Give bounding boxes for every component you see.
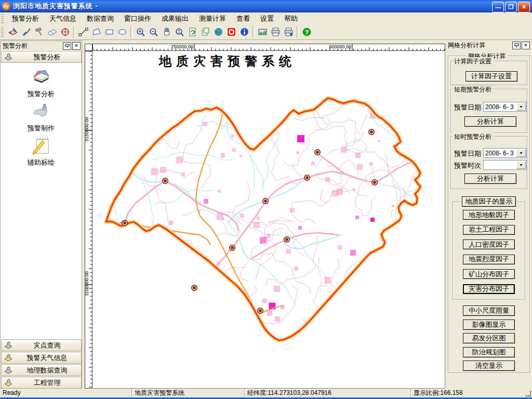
disaster-point-marker[interactable] — [368, 129, 375, 135]
right-panel-title: 网格分析计算 — [448, 41, 511, 50]
short-time-date-combo[interactable]: 2008- 6- 3 ▼ — [483, 148, 527, 158]
disaster-point-marker[interactable] — [162, 178, 168, 184]
menu-item-1[interactable]: 天气信息 — [44, 13, 82, 24]
bottom-item-label: 灾点查询 — [13, 341, 81, 350]
bottom-button-3[interactable]: 防治规划图 — [463, 347, 515, 357]
paint-brush-icon[interactable] — [20, 25, 33, 38]
left-bottom-item-2[interactable]: 地理数据查询 — [1, 364, 82, 376]
short-time-analyze-button[interactable]: 分析计算 — [464, 174, 516, 184]
bottom-button-0[interactable]: 中小尺度雨量 — [463, 305, 515, 316]
left-item-label: 预警制作 — [1, 124, 82, 133]
factor-button-3[interactable]: 地震烈度因子 — [463, 255, 515, 264]
close-panel-icon[interactable]: ✕ — [72, 42, 81, 50]
notebook-icon — [1, 67, 82, 88]
left-bottom-item-0[interactable]: 灾点查询 — [1, 339, 82, 351]
factor-setting-button[interactable]: 计算因子设置 — [466, 71, 517, 82]
chevron-down-icon[interactable]: ▼ — [516, 161, 526, 169]
pin-icon[interactable] — [512, 42, 521, 49]
factor-button-5[interactable]: 灾害分布因子 — [463, 284, 515, 294]
disaster-point-marker[interactable] — [257, 308, 263, 314]
combo-value: 2008- 6- 3 — [485, 103, 514, 111]
grid-analysis-panel: 网格分析计算 ✕ 网格分析计算 计算因子设置 计算因子设置 短期预警分析 预警日… — [446, 41, 532, 389]
cloud-icon[interactable] — [46, 25, 59, 38]
zoom-in-icon[interactable] — [134, 25, 147, 38]
left-bottom-item-1[interactable]: 预警天气信息 — [1, 352, 82, 364]
factor-button-1[interactable]: 岩土工程因子 — [463, 225, 515, 235]
refresh-page-icon[interactable] — [186, 25, 199, 38]
target-icon[interactable] — [59, 25, 72, 38]
disaster-point-marker[interactable] — [304, 175, 310, 181]
map-canvas[interactable]: 地质灾害预警系统 — [92, 51, 445, 389]
menu-item-0[interactable]: 预警分析 — [7, 13, 44, 24]
left-bottom-item-3[interactable]: 工程管理 — [1, 377, 82, 389]
bottom-button-2[interactable]: 易发分区图 — [463, 333, 515, 343]
menu-bar: 预警分析天气信息数据查询窗口操作成果输出测量计算查看设置帮助 — [0, 12, 532, 24]
menu-item-3[interactable]: 窗口操作 — [119, 13, 156, 24]
left-item-0[interactable]: 预警分析 — [1, 67, 82, 99]
analysis-tool-icon[interactable] — [7, 25, 20, 38]
copy-layers-icon[interactable] — [199, 25, 212, 38]
zoom-extent-icon[interactable] — [173, 25, 186, 38]
menu-item-2[interactable]: 数据查询 — [82, 13, 119, 24]
toolbar-separator — [130, 26, 132, 38]
resize-grip[interactable] — [525, 390, 531, 397]
left-item-2[interactable]: 辅助标绘 — [1, 136, 82, 167]
menu-item-7[interactable]: 设置 — [255, 13, 279, 24]
ellipse-tool-icon[interactable] — [116, 25, 129, 38]
disaster-point-marker[interactable] — [371, 179, 378, 185]
pan-hand-icon[interactable] — [160, 25, 173, 38]
map-image-icon[interactable] — [256, 25, 269, 38]
short-time-times-combo[interactable]: ▼ — [483, 160, 527, 170]
factor-display-button[interactable]: 地质因子的显示 — [462, 196, 516, 207]
disaster-point-marker[interactable] — [122, 220, 128, 226]
left-item-1[interactable]: 预警制作 — [1, 101, 82, 133]
stamp-gray-icon — [4, 340, 13, 351]
disaster-point-marker[interactable] — [229, 245, 235, 251]
short-term-date-combo[interactable]: 2008- 6- 3 ▼ — [483, 102, 527, 112]
left-item-label: 预警分析 — [1, 89, 82, 99]
menu-item-8[interactable]: 帮助 — [279, 13, 303, 24]
short-term-group: 短期预警分析 预警日期 2008- 6- 3 ▼ 分析计算 — [450, 89, 527, 133]
bottom-button-4[interactable]: 清空显示 — [463, 361, 515, 371]
menu-item-5[interactable]: 测量计算 — [194, 13, 231, 24]
polygon-tool-icon[interactable] — [90, 25, 103, 38]
factor-button-0[interactable]: 地形地貌因子 — [463, 210, 515, 220]
toolbar-grip[interactable] — [1, 28, 4, 37]
record-stop-icon[interactable] — [225, 25, 238, 38]
rectangle-tool-icon[interactable] — [103, 25, 116, 38]
disaster-point-marker[interactable] — [284, 236, 290, 243]
factor-button-4[interactable]: 矿山分布因子 — [463, 269, 515, 279]
svg-text:?: ? — [305, 29, 309, 35]
bottom-button-1[interactable]: 影像图显示 — [463, 320, 515, 330]
left-item-label: 辅助标绘 — [1, 158, 82, 167]
printer-setup-icon[interactable] — [282, 25, 295, 38]
close-panel-icon[interactable]: ✕ — [522, 42, 530, 49]
menu-item-4[interactable]: 成果输出 — [156, 13, 194, 24]
left-panel-title: 预警分析 — [3, 42, 62, 50]
globe-icon[interactable] — [212, 25, 225, 38]
disaster-point-marker[interactable] — [314, 149, 321, 155]
factor-button-2[interactable]: 人口密度因子 — [463, 240, 515, 249]
close-button[interactable]: ✕ — [518, 2, 530, 12]
section-bar-warning-analysis[interactable]: 预警分析 — [1, 51, 82, 63]
short-term-analyze-button[interactable]: 分析计算 — [464, 116, 516, 127]
hammer-icon[interactable] — [33, 25, 46, 38]
disaster-point-marker[interactable] — [191, 285, 197, 291]
menu-grip[interactable] — [1, 14, 4, 23]
ruler-corner — [85, 44, 92, 51]
menu-item-6[interactable]: 查看 — [231, 13, 255, 24]
restore-button[interactable]: ❐ — [505, 2, 517, 12]
line-tool-icon[interactable] — [77, 25, 90, 38]
toolbar-separator — [252, 26, 255, 38]
status-segment-3: 显示比例:166.158 — [410, 389, 527, 397]
minimize-button[interactable]: — — [492, 2, 504, 12]
pin-icon[interactable] — [63, 42, 71, 50]
chevron-down-icon[interactable]: ▼ — [516, 103, 526, 111]
bottom-item-label: 工程管理 — [13, 378, 81, 388]
zoom-out-icon[interactable] — [147, 25, 160, 38]
chevron-down-icon[interactable]: ▼ — [516, 149, 526, 157]
disaster-point-marker[interactable] — [262, 198, 269, 204]
help-icon[interactable]: ? — [300, 25, 313, 38]
printer-icon[interactable] — [269, 25, 282, 38]
info-icon[interactable] — [238, 25, 251, 38]
